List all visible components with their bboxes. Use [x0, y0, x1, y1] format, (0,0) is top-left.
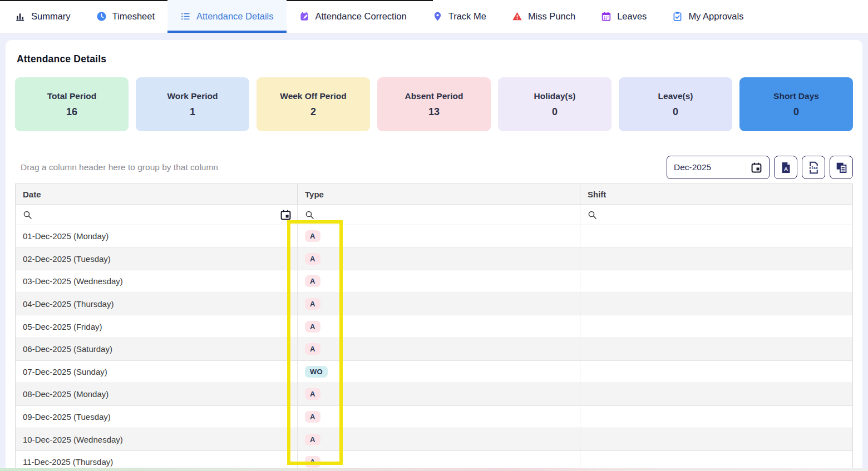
shift-cell [580, 293, 852, 315]
date-cell: 08-Dec-2025 (Monday) [16, 383, 298, 405]
date-text: 04-Dec-2025 (Thursday) [23, 299, 114, 309]
date-text: 02-Dec-2025 (Tuesday) [23, 254, 111, 264]
calendar-icon[interactable] [280, 209, 292, 221]
bottom-peek-strip [0, 468, 868, 471]
table-row[interactable]: 01-Dec-2025 (Monday)A [16, 225, 852, 247]
tab-track-me[interactable]: Track Me [420, 0, 499, 33]
tab-attendance-correction[interactable]: Attendance Correction [287, 0, 420, 33]
shift-cell [580, 361, 852, 383]
shift-cell [580, 406, 852, 428]
list-icon [180, 11, 191, 22]
summary-card-short-days: Short Days0 [739, 77, 853, 131]
month-picker[interactable]: Dec-2025 [667, 156, 770, 179]
grid-toolbar: Drag a column header here to group by th… [15, 156, 853, 179]
column-header-label: Date [23, 190, 41, 199]
copy-button[interactable] [830, 156, 853, 179]
column-header-date[interactable]: Date [16, 184, 298, 204]
summary-card-week-off-period: Week Off Period2 [257, 77, 370, 131]
table-row[interactable]: 08-Dec-2025 (Monday)A [16, 383, 852, 405]
page-title: Attendance Details [17, 53, 853, 65]
type-filter-cell [298, 205, 580, 225]
type-badge: A [305, 343, 320, 355]
clipboard-check-icon [672, 11, 683, 22]
card-value: 2 [310, 106, 316, 118]
month-picker-value: Dec-2025 [674, 162, 711, 172]
tab-attendance-details[interactable]: Attendance Details [167, 0, 287, 33]
tab-my-approvals[interactable]: My Approvals [659, 0, 756, 33]
date-text: 10-Dec-2025 (Wednesday) [23, 435, 123, 444]
type-cell: A [298, 293, 580, 315]
card-label: Holiday(s) [534, 91, 576, 101]
tab-summary[interactable]: Summary [2, 0, 83, 33]
summary-card-total-period: Total Period16 [15, 77, 129, 131]
card-label: Short Days [773, 91, 819, 101]
table-row[interactable]: 05-Dec-2025 (Friday)A [16, 315, 852, 338]
type-badge: A [305, 298, 320, 310]
group-by-hint: Drag a column header here to group by th… [21, 162, 218, 172]
type-cell: A [298, 428, 580, 450]
table-header-row: DateTypeShift [16, 184, 852, 204]
column-header-shift[interactable]: Shift [580, 184, 852, 204]
type-filter-input[interactable] [319, 210, 574, 219]
svg-text:A: A [783, 165, 787, 171]
type-badge: A [305, 253, 320, 265]
tab-label: Summary [31, 11, 71, 22]
shift-filter-input[interactable] [601, 210, 847, 219]
tab-leaves[interactable]: Leaves [588, 0, 659, 33]
date-cell: 06-Dec-2025 (Saturday) [16, 338, 298, 360]
table-row[interactable]: 04-Dec-2025 (Thursday)A [16, 292, 852, 315]
shift-cell [580, 428, 852, 450]
type-cell: A [298, 225, 580, 247]
date-cell: 04-Dec-2025 (Thursday) [16, 293, 298, 315]
date-cell: 07-Dec-2025 (Sunday) [16, 361, 298, 383]
column-header-type[interactable]: Type [298, 184, 580, 204]
card-label: Absent Period [405, 91, 463, 101]
top-navigation: SummaryTimesheetAttendance DetailsAttend… [0, 0, 868, 33]
date-filter-cell [16, 205, 298, 225]
search-icon [305, 210, 314, 220]
table-row[interactable]: 02-Dec-2025 (Tuesday)A [16, 247, 852, 270]
type-cell: A [298, 315, 580, 338]
tab-label: Track Me [448, 11, 486, 22]
pdf-icon: A [780, 161, 792, 174]
table-row[interactable]: 10-Dec-2025 (Wednesday)A [16, 428, 852, 450]
table-row[interactable]: 07-Dec-2025 (Sunday)WO [16, 360, 852, 383]
calendar-icon[interactable] [751, 162, 762, 173]
type-badge: A [305, 230, 320, 242]
date-cell: 02-Dec-2025 (Tuesday) [16, 248, 298, 270]
tab-timesheet[interactable]: Timesheet [83, 0, 167, 33]
export-excel-button[interactable]: xlsx [802, 156, 825, 179]
tab-label: Attendance Details [196, 11, 274, 22]
type-badge: WO [305, 366, 328, 378]
shift-cell [580, 338, 852, 360]
type-badge: A [305, 321, 320, 333]
card-value: 0 [793, 106, 799, 118]
card-label: Total Period [47, 91, 96, 101]
table-row[interactable]: 03-Dec-2025 (Wednesday)A [16, 270, 852, 292]
date-text: 06-Dec-2025 (Saturday) [23, 344, 112, 354]
date-filter-input[interactable] [37, 210, 280, 219]
table-row[interactable]: 06-Dec-2025 (Saturday)A [16, 338, 852, 360]
type-badge: A [305, 456, 320, 468]
shift-cell [580, 315, 852, 338]
tab-label: Leaves [617, 11, 647, 22]
tab-miss-punch[interactable]: Miss Punch [499, 0, 588, 33]
shift-cell [580, 383, 852, 405]
calendar-edit-icon [299, 11, 310, 22]
table-row[interactable]: 09-Dec-2025 (Tuesday)A [16, 405, 852, 428]
shift-cell [580, 248, 852, 270]
export-pdf-button[interactable]: A [774, 156, 797, 179]
shift-cell [580, 270, 852, 292]
type-cell: A [298, 248, 580, 270]
card-value: 16 [66, 106, 77, 118]
type-cell: WO [298, 361, 580, 383]
card-value: 13 [428, 106, 440, 118]
date-cell: 05-Dec-2025 (Friday) [16, 315, 298, 338]
toolbar-actions: Dec-2025 Axlsx [667, 156, 853, 179]
card-value: 1 [190, 106, 195, 118]
tab-label: Miss Punch [528, 11, 575, 22]
type-badge: A [305, 388, 320, 400]
search-icon [23, 210, 32, 220]
xlsx-icon: xlsx [807, 161, 821, 175]
tab-label: Attendance Correction [315, 11, 407, 22]
